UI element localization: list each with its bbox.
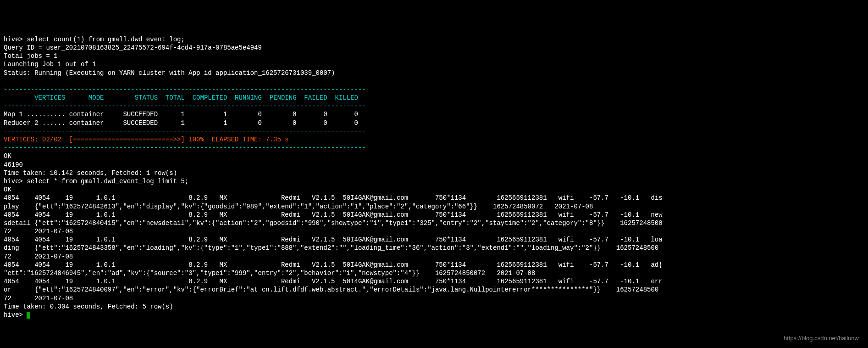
query-2: select * from gmall.dwd_event_log limit … bbox=[27, 178, 188, 185]
hive-prompt: hive> bbox=[4, 36, 27, 43]
ok-2: OK bbox=[4, 186, 11, 193]
data-row-1b: play {"ett":"1625724842613","en":"displa… bbox=[4, 203, 593, 210]
separator-3: ----------------------------------------… bbox=[4, 128, 366, 135]
data-row-2a: 4054 4054 19 1.0.1 8.2.9 MX Redmi V2.1.5… bbox=[4, 211, 663, 219]
separator-1: ----------------------------------------… bbox=[4, 86, 366, 93]
header-running: RUNNING bbox=[227, 94, 262, 101]
hive-prompt-3: hive> bbox=[4, 311, 27, 319]
status-running: Status: Running (Executing on YARN clust… bbox=[4, 69, 335, 77]
header-failed: FAILED bbox=[297, 94, 327, 101]
terminal-output[interactable]: hive> select count(1) from gmall.dwd_eve… bbox=[4, 35, 864, 319]
header-total: TOTAL bbox=[158, 94, 185, 101]
query-id: Query ID = user_20210708163825_22475572-… bbox=[4, 44, 262, 51]
data-row-1a: 4054 4054 19 1.0.1 8.2.9 MX Redmi V2.1.5… bbox=[4, 194, 663, 202]
header-completed: COMPLETED bbox=[185, 94, 227, 101]
count-result: 46190 bbox=[4, 161, 23, 168]
map-row: Map 1 .......... container SUCCEEDED 1 1… bbox=[4, 111, 366, 118]
progress-vertices: VERTICES: 02/02 bbox=[4, 136, 61, 143]
ok-1: OK bbox=[4, 152, 11, 160]
data-row-5c: 72 2021-07-08 bbox=[4, 295, 73, 302]
time-taken-2: Time taken: 0.304 seconds, Fetched: 5 ro… bbox=[4, 303, 173, 310]
progress-elapsed: ELAPSED TIME: 7.35 s bbox=[204, 136, 308, 143]
data-row-4a: 4054 4054 19 1.0.1 8.2.9 MX Redmi V2.1.5… bbox=[4, 261, 663, 269]
data-row-2b: sdetail {"ett":"1625724840415","en":"new… bbox=[4, 219, 663, 227]
separator-4: ----------------------------------------… bbox=[4, 144, 366, 152]
header-killed: KILLED bbox=[327, 94, 358, 101]
data-row-3a: 4054 4054 19 1.0.1 8.2.9 MX Redmi V2.1.5… bbox=[4, 236, 663, 243]
header-pending: PENDING bbox=[262, 94, 297, 101]
header-vertices: VERTICES bbox=[4, 94, 65, 101]
hive-prompt-2: hive> bbox=[4, 178, 27, 185]
data-row-2c: 72 2021-07-08 bbox=[4, 228, 73, 235]
data-row-5a: 4054 4054 19 1.0.1 8.2.9 MX Redmi V2.1.5… bbox=[4, 278, 663, 285]
time-taken-1: Time taken: 10.142 seconds, Fetched: 1 r… bbox=[4, 169, 177, 177]
data-row-3c: 72 2021-07-08 bbox=[4, 253, 73, 260]
data-row-5b: or {"ett":"1625724840097","en":"error","… bbox=[4, 286, 658, 293]
progress-bar: [==========================>>] 100% bbox=[61, 136, 204, 143]
reducer-row: Reducer 2 ...... container SUCCEEDED 1 1… bbox=[4, 119, 366, 127]
query-1: select count(1) from gmall.dwd_event_log… bbox=[27, 36, 184, 43]
data-row-4b: "ett":"1625724846945","en":"ad","kv":{"s… bbox=[4, 269, 535, 277]
separator-2: ----------------------------------------… bbox=[4, 102, 366, 110]
data-row-3b: ding {"ett":"1625724843358","en":"loadin… bbox=[4, 244, 658, 252]
cursor bbox=[27, 312, 30, 319]
header-mode: MODE bbox=[65, 94, 104, 101]
watermark: https://blog.csdn.net/hailunw bbox=[784, 335, 859, 342]
total-jobs: Total jobs = 1 bbox=[4, 52, 58, 60]
header-status: STATUS bbox=[104, 94, 158, 101]
launching-job: Launching Job 1 out of 1 bbox=[4, 61, 96, 68]
